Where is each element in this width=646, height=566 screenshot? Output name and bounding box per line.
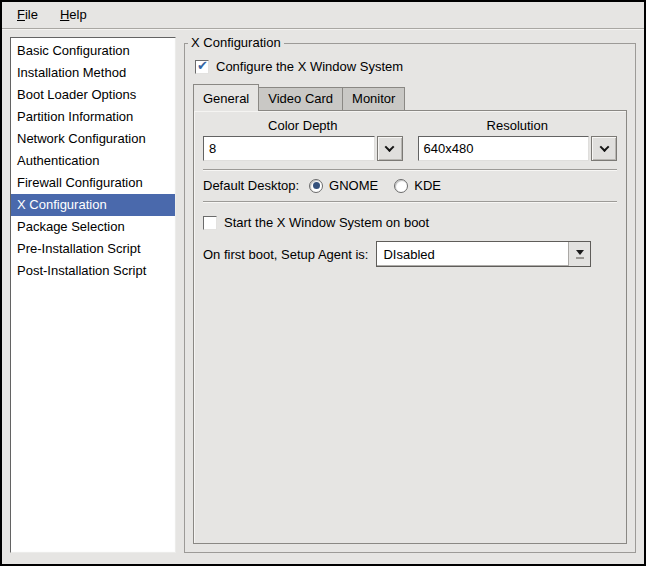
resolution-dropdown-button[interactable]: [591, 136, 617, 161]
sidebar-item-x-configuration[interactable]: X Configuration: [11, 194, 175, 216]
tab-monitor[interactable]: Monitor: [342, 87, 405, 110]
sidebar-item-boot-loader-options[interactable]: Boot Loader Options: [11, 84, 175, 106]
separator: [203, 201, 617, 203]
x-config-tabs: General Video Card Monitor: [193, 84, 627, 110]
default-desktop-row: Default Desktop: GNOME KDE: [203, 178, 617, 193]
setup-agent-value: DIsabled: [377, 242, 568, 266]
category-list: Basic Configuration Installation Method …: [10, 37, 176, 553]
desktop-radio-group: GNOME KDE: [309, 178, 457, 193]
sidebar-item-authentication[interactable]: Authentication: [11, 150, 175, 172]
general-tab-page: Color Depth 8 Resolution 640x480: [193, 110, 627, 544]
dropdown-arrow-bar-icon: [576, 257, 584, 259]
x-configuration-frame: X Configuration ✔ Configure the X Window…: [184, 43, 636, 553]
start-x-checkbox-row[interactable]: Start the X Window System on boot: [203, 215, 617, 230]
frame-title: X Configuration: [188, 35, 284, 50]
main-area: Basic Configuration Installation Method …: [2, 29, 644, 564]
chevron-down-icon: [385, 142, 395, 152]
radio-kde-label: KDE: [414, 178, 441, 193]
setup-agent-dropdown-button[interactable]: [568, 242, 590, 266]
sidebar-item-installation-method[interactable]: Installation Method: [11, 62, 175, 84]
chevron-down-icon: [599, 142, 609, 152]
default-desktop-label: Default Desktop:: [203, 178, 299, 193]
color-depth-label: Color Depth: [203, 118, 403, 133]
radio-kde[interactable]: KDE: [394, 178, 441, 193]
start-x-checkbox[interactable]: [203, 216, 217, 230]
menu-file[interactable]: File: [6, 2, 49, 28]
sidebar-item-basic-configuration[interactable]: Basic Configuration: [11, 40, 175, 62]
setup-agent-dropdown[interactable]: DIsabled: [376, 241, 591, 267]
start-x-checkbox-label: Start the X Window System on boot: [224, 215, 429, 230]
tab-general[interactable]: General: [193, 84, 259, 111]
configure-x-checkbox-label: Configure the X Window System: [216, 59, 403, 74]
color-depth-value[interactable]: 8: [203, 136, 375, 161]
separator: [203, 169, 617, 171]
setup-agent-label: On first boot, Setup Agent is:: [203, 247, 368, 262]
kickstart-configurator-window: File Help Basic Configuration Installati…: [0, 0, 646, 566]
color-depth-column: Color Depth 8: [203, 118, 403, 161]
sidebar-item-partition-information[interactable]: Partition Information: [11, 106, 175, 128]
radio-selected-dot: [313, 182, 320, 189]
color-depth-combo[interactable]: 8: [203, 136, 403, 161]
checkmark-icon: ✔: [197, 58, 208, 73]
sidebar-item-post-installation-script[interactable]: Post-Installation Script: [11, 260, 175, 282]
configure-x-checkbox-row[interactable]: ✔ Configure the X Window System: [195, 59, 627, 74]
resolution-combo[interactable]: 640x480: [418, 136, 618, 161]
sidebar-item-pre-installation-script[interactable]: Pre-Installation Script: [11, 238, 175, 260]
color-depth-dropdown-button[interactable]: [377, 136, 403, 161]
resolution-column: Resolution 640x480: [418, 118, 618, 161]
sidebar-item-network-configuration[interactable]: Network Configuration: [11, 128, 175, 150]
resolution-label: Resolution: [418, 118, 618, 133]
radio-gnome[interactable]: GNOME: [309, 178, 378, 193]
dropdown-arrow-icon: [576, 250, 584, 255]
resolution-value[interactable]: 640x480: [418, 136, 590, 161]
tab-video-card[interactable]: Video Card: [258, 87, 343, 110]
sidebar-item-firewall-configuration[interactable]: Firewall Configuration: [11, 172, 175, 194]
menu-help[interactable]: Help: [49, 2, 98, 28]
empty-space: [203, 267, 617, 536]
configure-x-checkbox[interactable]: ✔: [195, 60, 209, 74]
sidebar-item-package-selection[interactable]: Package Selection: [11, 216, 175, 238]
radio-button-icon[interactable]: [394, 179, 408, 193]
radio-gnome-label: GNOME: [329, 178, 378, 193]
menu-bar: File Help: [2, 2, 644, 29]
display-settings-row: Color Depth 8 Resolution 640x480: [203, 118, 617, 161]
radio-button-icon[interactable]: [309, 179, 323, 193]
setup-agent-row: On first boot, Setup Agent is: DIsabled: [203, 241, 617, 267]
